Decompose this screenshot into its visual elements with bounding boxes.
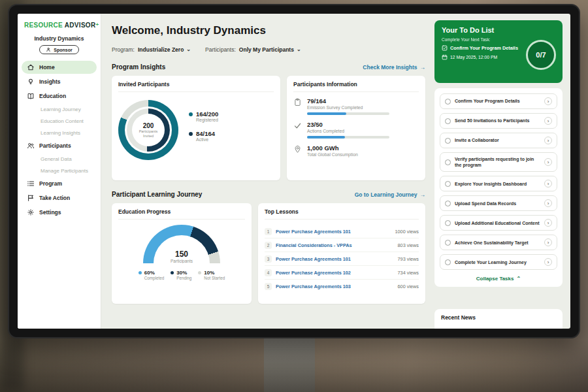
program-filter: Program: Industrialize Zero ⌄	[112, 46, 191, 53]
task-row-upload-spend-data[interactable]: Upload Spend Data Records ›	[440, 195, 557, 211]
link-label: Go to Learning Journey	[355, 191, 417, 198]
legend-pct: 30%	[176, 270, 191, 276]
invited-donut-chart: 200 Participants Invited	[118, 100, 178, 160]
go-to-learning-journey-link[interactable]: Go to Learning Journey →	[355, 191, 425, 198]
task-label: Upload Spend Data Records	[455, 201, 540, 206]
dashboard-screen: RESOURCE ADVISOR+ Industry Dynamics Spon…	[18, 14, 570, 329]
card-title: Top Lessons	[265, 208, 419, 220]
legend-label: Active	[196, 137, 215, 142]
task-checkbox[interactable]	[445, 259, 451, 265]
lesson-rank: 3	[265, 255, 272, 263]
lesson-row: 2 Financial Considerations - VPPAs 803 v…	[265, 238, 419, 252]
lesson-rank: 5	[265, 283, 272, 290]
sidebar-item-label: Manage Participants	[41, 168, 88, 174]
collapse-tasks-label: Collapse Tasks	[476, 276, 514, 282]
chevron-right-icon[interactable]: ›	[544, 199, 552, 207]
sidebar-item-general-data[interactable]: General Data	[22, 154, 97, 165]
sidebar-item-education-content[interactable]: Education Content	[22, 116, 97, 127]
lesson-rank: 1	[265, 228, 272, 235]
card-title: Education Progress	[118, 208, 245, 220]
chevron-right-icon[interactable]: ›	[544, 238, 552, 246]
task-row-upload-educational-content[interactable]: Upload Additional Educational Content ›	[440, 215, 557, 231]
task-checkbox[interactable]	[445, 181, 451, 187]
sidebar-item-label: General Data	[41, 156, 72, 162]
lesson-link[interactable]: Financial Considerations - VPPAs	[276, 242, 394, 248]
todo-progress-value: 0/7	[536, 51, 546, 59]
chevron-right-icon[interactable]: ›	[544, 97, 552, 105]
stat-emission-survey: 79/164 Emission Survey Completed	[293, 97, 419, 115]
program-dropdown[interactable]: Industrialize Zero ⌄	[138, 46, 191, 53]
participants-information-card: Participants Information 79/164 Emission…	[287, 76, 425, 180]
sidebar-item-learning-journey[interactable]: Learning Journey	[22, 104, 97, 115]
lesson-views: 734 views	[398, 270, 419, 276]
chevron-right-icon[interactable]: ›	[544, 158, 552, 166]
task-checkbox[interactable]	[445, 159, 451, 165]
task-label: Upload Additional Educational Content	[455, 220, 540, 226]
chevron-right-icon[interactable]: ›	[544, 180, 552, 188]
legend-dot-active	[189, 132, 193, 136]
lesson-link[interactable]: Power Purchase Agreements 103	[276, 284, 394, 289]
logo-advisor: ADVISOR	[65, 22, 96, 29]
task-row-verify-participants[interactable]: Verify participants requesting to join t…	[440, 152, 557, 172]
sidebar-item-settings[interactable]: Settings	[22, 206, 97, 219]
progress-bar-fill	[307, 136, 345, 139]
sidebar-item-take-action[interactable]: Take Action	[22, 191, 97, 204]
recent-news-card[interactable]: Recent News	[434, 309, 563, 329]
sidebar-item-education[interactable]: Education	[22, 90, 97, 103]
sidebar-item-insights[interactable]: Insights	[22, 75, 97, 88]
participants-filter-label: Participants:	[205, 46, 236, 53]
person-icon	[46, 47, 51, 52]
legend-registered: 164/200 Registered	[189, 110, 218, 122]
logo-resource: RESOURCE	[24, 22, 63, 29]
task-checkbox[interactable]	[445, 220, 451, 226]
task-row-explore-insights[interactable]: Explore Your Insights Dashboard ›	[440, 176, 557, 191]
sidebar-item-home[interactable]: Home	[22, 61, 97, 74]
lesson-row: 4 Power Purchase Agreements 102 734 view…	[265, 266, 419, 280]
chevron-right-icon[interactable]: ›	[544, 137, 552, 144]
legend-dot-registered	[189, 112, 193, 116]
collapse-tasks-button[interactable]: Collapse Tasks ⌃	[440, 274, 557, 286]
sidebar-item-program[interactable]: Program	[22, 177, 97, 190]
donut-center-label: Participants Invited	[137, 129, 159, 139]
invited-card-body: 200 Participants Invited 164/200 Registe…	[118, 97, 274, 160]
lesson-link[interactable]: Power Purchase Agreements 101	[276, 256, 394, 262]
donut-legend: 164/200 Registered 84/164 Active	[189, 110, 218, 150]
task-row-complete-learning-journey[interactable]: Complete Your Learning Journey ›	[440, 254, 557, 270]
insights-cards-row: Invited Participants 200 Participants In…	[112, 76, 425, 180]
legend-dot-not-started	[198, 271, 201, 274]
participants-dropdown[interactable]: Only My Participants ⌄	[239, 46, 301, 53]
link-label: Check More Insights	[363, 64, 417, 71]
check-more-insights-link[interactable]: Check More Insights →	[363, 64, 425, 71]
lesson-row: 5 Power Purchase Agreements 103 600 view…	[265, 280, 419, 293]
task-row-send-invitations[interactable]: Send 50 Invitations to Participants ›	[440, 113, 557, 129]
sidebar-item-manage-participants[interactable]: Manage Participants	[22, 165, 97, 176]
task-checkbox[interactable]	[445, 138, 451, 144]
lesson-link[interactable]: Power Purchase Agreements 102	[276, 270, 394, 276]
todo-summary-card: Your To Do List Complete Your Next Task:…	[434, 20, 563, 83]
sidebar-item-label: Home	[39, 64, 55, 71]
sidebar-item-participants[interactable]: Participants	[22, 139, 97, 152]
stat-actions-completed: 23/50 Actions Completed	[293, 121, 419, 139]
task-checkbox[interactable]	[445, 118, 451, 124]
task-label: Explore Your Insights Dashboard	[455, 181, 540, 187]
todo-title: Your To Do List	[442, 26, 555, 34]
card-title: Invited Participants	[118, 81, 274, 92]
lesson-row: 1 Power Purchase Agreements 101 1000 vie…	[265, 225, 419, 238]
chevron-right-icon[interactable]: ›	[544, 117, 552, 125]
gauge-center-label: Participants	[143, 259, 220, 263]
task-checkbox[interactable]	[445, 240, 451, 246]
sidebar-item-learning-insights[interactable]: Learning Insights	[22, 127, 97, 139]
chevron-right-icon[interactable]: ›	[544, 219, 552, 227]
program-insights-header: Program Insights Check More Insights →	[112, 63, 425, 71]
lesson-link[interactable]: Power Purchase Agreements 101	[276, 229, 391, 235]
app-logo: RESOURCE ADVISOR+	[18, 19, 101, 33]
task-checkbox[interactable]	[445, 99, 451, 105]
task-checkbox[interactable]	[445, 201, 451, 206]
task-row-invite-collaborator[interactable]: Invite a Collaborator ›	[440, 133, 557, 148]
stat-label: Total Global Consumption	[307, 152, 358, 157]
task-row-achieve-sustainability-target[interactable]: Achieve One Sustainability Target ›	[440, 235, 557, 250]
chevron-right-icon[interactable]: ›	[544, 258, 552, 266]
legend-value: 164/200	[196, 110, 218, 118]
main-content: Welcome, Industry Dynamics Program: Indu…	[101, 14, 433, 329]
task-row-confirm-program[interactable]: Confirm Your Program Details ›	[440, 93, 557, 109]
